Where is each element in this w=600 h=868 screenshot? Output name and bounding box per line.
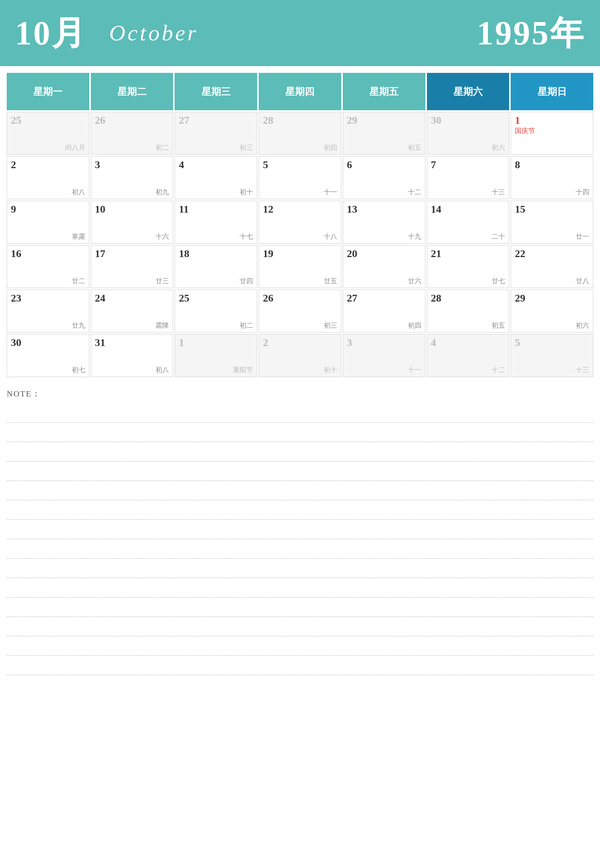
year: 1995年 — [477, 11, 585, 56]
day-number: 26 — [95, 115, 169, 126]
day-cell: 5十三 — [511, 334, 593, 377]
day-cell: 31初八 — [91, 334, 173, 377]
day-number: 8 — [515, 160, 589, 170]
lunar-text: 闰八月 — [65, 143, 85, 152]
day-header-星期二: 星期二 — [91, 73, 173, 110]
day-number: 24 — [95, 293, 169, 303]
day-number: 3 — [347, 337, 421, 348]
day-cell: 27初三 — [174, 112, 257, 155]
day-num-text: 29 — [347, 114, 358, 126]
day-number: 27 — [179, 115, 253, 126]
day-num-text: 10 — [95, 203, 105, 215]
day-header-星期六: 星期六 — [427, 73, 509, 110]
note-label: NOTE： — [7, 388, 593, 399]
day-number: 29 — [515, 293, 589, 303]
day-number: 23 — [11, 293, 85, 303]
lunar-text: 初二 — [239, 321, 253, 330]
weeks-container: 25闰八月26初二27初三28初四29初五30初六1国庆节2初八3初九4初十5十… — [7, 112, 593, 377]
day-num-text: 2 — [263, 337, 268, 348]
day-cell: 9寒露 — [7, 201, 89, 243]
week-row-4: 16廿二17廿三18廿四19廿五20廿六21廿七22廿八 — [7, 245, 593, 288]
day-cell: 17廿三 — [91, 245, 173, 288]
lunar-text: 十三 — [576, 366, 589, 374]
lunar-text: 廿二 — [72, 277, 85, 286]
day-header-星期一: 星期一 — [7, 73, 89, 110]
lunar-text: 廿七 — [492, 277, 505, 286]
day-number: 4 — [431, 337, 505, 348]
day-number: 13 — [347, 204, 421, 215]
header-separator — [0, 66, 600, 73]
day-cell: 19廿五 — [259, 245, 341, 288]
lunar-text: 初三 — [324, 321, 337, 330]
lunar-text: 十二 — [408, 188, 421, 197]
day-num-text: 28 — [263, 114, 273, 126]
note-line — [7, 578, 593, 597]
day-cell: 1国庆节 — [511, 112, 593, 155]
lunar-text: 初六 — [576, 321, 589, 330]
lunar-text: 廿六 — [408, 277, 421, 286]
day-cell: 6十二 — [343, 156, 426, 199]
day-num-text: 30 — [11, 337, 21, 348]
day-cell: 24霜降 — [91, 290, 173, 333]
lunar-text: 寒露 — [72, 232, 85, 241]
day-num-text: 6 — [347, 159, 352, 170]
lunar-text: 霜降 — [156, 321, 169, 330]
lunar-text: 初八 — [72, 188, 85, 197]
day-number: 3 — [95, 160, 169, 170]
day-num-text: 3 — [95, 159, 100, 170]
day-number: 1 — [179, 337, 253, 348]
lunar-text: 初六 — [492, 143, 505, 152]
day-number: 25 — [179, 293, 253, 303]
note-line — [7, 481, 593, 501]
day-cell: 28初五 — [427, 290, 509, 333]
day-cell: 16廿二 — [7, 245, 89, 288]
lunar-text: 初四 — [324, 143, 337, 152]
lunar-text: 重阳节 — [233, 366, 253, 374]
day-number: 30 — [11, 337, 85, 348]
day-cell: 7十三 — [427, 156, 509, 199]
day-num-text: 14 — [431, 203, 441, 215]
note-line — [7, 617, 593, 636]
day-cell: 25闰八月 — [7, 112, 89, 155]
day-number: 2 — [263, 337, 337, 348]
lunar-text: 廿五 — [324, 277, 337, 286]
day-number: 9 — [11, 204, 85, 215]
day-cell: 3初九 — [91, 156, 173, 199]
lunar-text: 初五 — [408, 143, 421, 152]
day-num-text: 27 — [347, 292, 358, 304]
day-num-text: 3 — [347, 337, 352, 348]
calendar-header: 10月 October 1995年 — [0, 0, 600, 66]
note-line — [7, 559, 593, 578]
month-cn: 10月 — [15, 11, 87, 56]
day-num-text: 5 — [263, 159, 268, 170]
day-cell: 23廿九 — [7, 290, 89, 333]
day-num-text: 18 — [179, 248, 189, 259]
day-number: 26 — [263, 293, 337, 303]
day-number: 5 — [263, 160, 337, 170]
note-line — [7, 656, 593, 675]
day-num-text: 24 — [95, 292, 105, 304]
lunar-text: 廿一 — [576, 232, 589, 241]
lunar-text: 初八 — [156, 366, 169, 374]
week-row-2: 2初八3初九4初十5十一6十二7十三8十四 — [7, 156, 593, 199]
day-header-星期四: 星期四 — [259, 73, 341, 110]
day-num-text: 30 — [431, 114, 441, 126]
lunar-text: 初五 — [492, 321, 505, 330]
day-num-text: 31 — [95, 337, 105, 348]
day-cell: 30初六 — [427, 112, 509, 155]
day-header-星期五: 星期五 — [343, 73, 426, 110]
lunar-text: 廿三 — [156, 277, 169, 286]
day-num-text: 23 — [11, 292, 21, 304]
day-number: 29 — [347, 115, 421, 126]
lunar-text: 初四 — [408, 321, 421, 330]
lunar-text: 初十 — [324, 366, 337, 374]
day-number: 22 — [515, 248, 589, 259]
day-number: 10 — [95, 204, 169, 215]
lunar-text: 十四 — [576, 188, 589, 197]
week-row-5: 23廿九24霜降25初二26初三27初四28初五29初六 — [7, 290, 593, 333]
note-line — [7, 597, 593, 617]
day-num-text: 22 — [515, 248, 525, 259]
day-number: 18 — [179, 248, 253, 259]
day-cell: 30初七 — [7, 334, 89, 377]
day-cell: 8十四 — [511, 156, 593, 199]
